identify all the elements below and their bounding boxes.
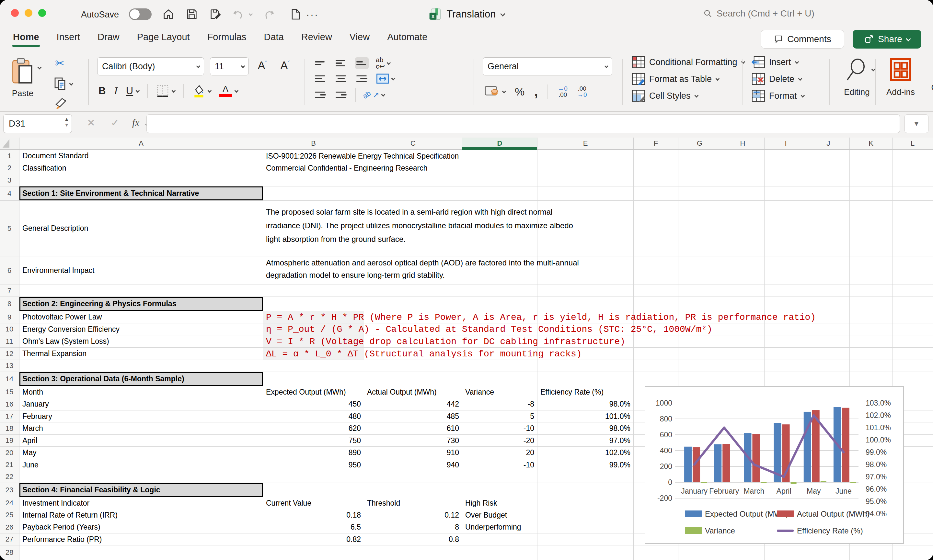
cell-B22[interactable]: [263, 471, 364, 483]
cell-B1[interactable]: [263, 150, 364, 162]
cell-L10[interactable]: [893, 323, 933, 335]
row-header-18[interactable]: 18: [0, 422, 19, 435]
tab-view[interactable]: View: [349, 29, 370, 47]
cell-H10[interactable]: [721, 323, 765, 335]
cell-G7[interactable]: [679, 285, 721, 297]
cell-G5[interactable]: [679, 201, 721, 256]
tab-formulas[interactable]: Formulas: [207, 29, 247, 47]
cell-C4[interactable]: [364, 186, 462, 201]
cell-E4[interactable]: [537, 186, 634, 201]
formula-input[interactable]: [147, 114, 900, 133]
cell-B20[interactable]: 890: [263, 447, 364, 459]
cell-D15[interactable]: Variance: [462, 386, 537, 398]
align-left-button[interactable]: [314, 73, 327, 85]
cell-K8[interactable]: [850, 297, 893, 311]
cell-J11[interactable]: [807, 335, 850, 348]
select-all-corner[interactable]: [0, 138, 19, 149]
tab-insert[interactable]: Insert: [56, 29, 81, 47]
embedded-chart[interactable]: 10008006004002000-200103.0%102.0%101.0%1…: [645, 386, 904, 544]
cell-J13[interactable]: [807, 360, 850, 372]
cell-B13[interactable]: [263, 360, 364, 372]
fill-color-button[interactable]: [192, 84, 211, 98]
cell-B23[interactable]: [263, 483, 364, 497]
cell-D1[interactable]: [462, 150, 537, 162]
cell-J5[interactable]: [807, 201, 850, 256]
borders-button[interactable]: [156, 85, 174, 97]
paste-button[interactable]: Paste: [11, 57, 34, 98]
cell-C5[interactable]: [364, 201, 462, 256]
cell-K4[interactable]: [850, 186, 893, 201]
row-header-15[interactable]: 15: [0, 386, 19, 398]
column-header-L[interactable]: L: [893, 138, 933, 149]
cell-B24[interactable]: Current Value: [263, 497, 364, 509]
increase-decimal-button[interactable]: ←0.00: [558, 85, 568, 98]
cell-E3[interactable]: [537, 174, 634, 186]
cell-L4[interactable]: [893, 186, 933, 201]
cell-E14[interactable]: [537, 372, 634, 386]
cell-A16[interactable]: January: [19, 398, 263, 411]
cell-D23[interactable]: [462, 483, 537, 497]
cell-H11[interactable]: [721, 335, 765, 348]
share-button[interactable]: Share: [853, 30, 921, 49]
cell-K14[interactable]: [850, 372, 893, 386]
cell-A23[interactable]: Section 4: Financial Feasibility & Logic: [19, 483, 263, 497]
cell-E8[interactable]: [537, 297, 634, 311]
cell-A20[interactable]: May: [19, 447, 263, 459]
tab-data[interactable]: Data: [264, 29, 284, 47]
cell-C10[interactable]: [364, 323, 462, 335]
cell-F10[interactable]: [634, 323, 679, 335]
row-header-8[interactable]: 8: [0, 297, 19, 311]
cell-A18[interactable]: March: [19, 422, 263, 435]
row-header-2[interactable]: 2: [0, 162, 19, 174]
cell-E11[interactable]: [537, 335, 634, 348]
cell-C7[interactable]: [364, 285, 462, 297]
cell-F5[interactable]: [634, 201, 679, 256]
name-box[interactable]: D31 ▲▼: [3, 114, 72, 133]
cell-E19[interactable]: 97.0%: [537, 435, 634, 447]
cell-G1[interactable]: [679, 150, 721, 162]
cell-I2[interactable]: [765, 162, 807, 174]
search-field[interactable]: Search (Cmd + Ctrl + U): [703, 8, 814, 19]
cell-E7[interactable]: [537, 285, 634, 297]
cell-K12[interactable]: [850, 348, 893, 360]
cell-G8[interactable]: [679, 297, 721, 311]
cell-G28[interactable]: [679, 545, 721, 560]
row-header-24[interactable]: 24: [0, 497, 19, 509]
cell-B3[interactable]: [263, 174, 364, 186]
tab-home[interactable]: Home: [12, 29, 40, 47]
column-header-F[interactable]: F: [634, 138, 679, 149]
cell-L7[interactable]: [893, 285, 933, 297]
column-header-K[interactable]: K: [850, 138, 893, 149]
cell-D9[interactable]: [462, 311, 537, 323]
cell-E26[interactable]: [537, 521, 634, 534]
row-header-11[interactable]: 11: [0, 335, 19, 348]
row-header-28[interactable]: 28: [0, 545, 19, 560]
cancel-entry-button[interactable]: ✕: [87, 117, 95, 129]
column-header-D[interactable]: D: [462, 138, 537, 149]
wrap-text-button[interactable]: abc↩: [376, 57, 390, 69]
column-header-E[interactable]: E: [537, 138, 634, 149]
cell-A9[interactable]: Photovoltaic Power Law: [19, 311, 263, 323]
cell-L1[interactable]: [893, 150, 933, 162]
cell-K10[interactable]: [850, 323, 893, 335]
cell-F28[interactable]: [634, 545, 679, 560]
cell-D10[interactable]: [462, 323, 537, 335]
cell-K28[interactable]: [850, 545, 893, 560]
cell-D12[interactable]: [462, 348, 537, 360]
cell-C16[interactable]: 442: [364, 398, 462, 411]
cell-D13[interactable]: [462, 360, 537, 372]
cell-D16[interactable]: -8: [462, 398, 537, 411]
cell-A12[interactable]: Thermal Expansion: [19, 348, 263, 360]
comments-button[interactable]: Comments: [761, 30, 844, 49]
cell-F8[interactable]: [634, 297, 679, 311]
cell-C12[interactable]: [364, 348, 462, 360]
cell-D26[interactable]: Underperforming: [462, 521, 537, 534]
decrease-decimal-button[interactable]: .00→0: [577, 85, 587, 98]
row-header-12[interactable]: 12: [0, 348, 19, 360]
row-header-19[interactable]: 19: [0, 435, 19, 447]
cell-C17[interactable]: 485: [364, 411, 462, 422]
cell-F11[interactable]: [634, 335, 679, 348]
row-header-20[interactable]: 20: [0, 447, 19, 459]
cell-H4[interactable]: [721, 186, 765, 201]
cell-C11[interactable]: [364, 335, 462, 348]
